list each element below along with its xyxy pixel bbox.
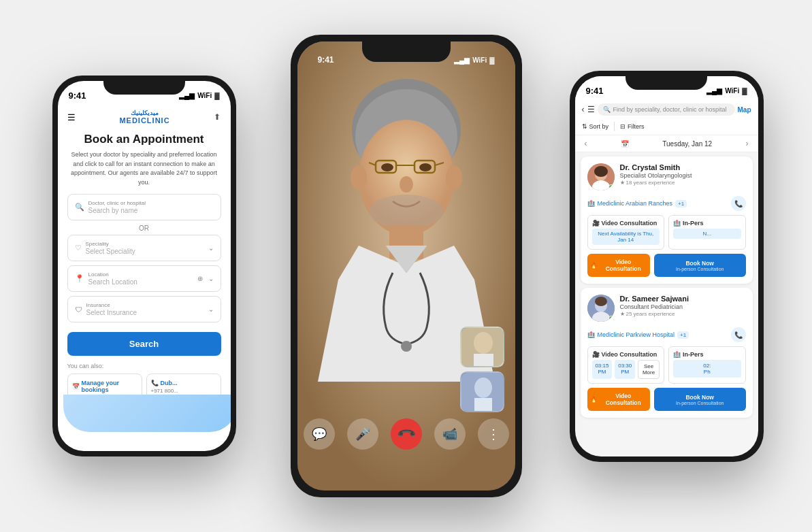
book-btn-sub-2: In-person Consultation	[657, 401, 743, 405]
svg-point-11	[400, 176, 413, 193]
calendar-icon-nav: 📅	[621, 140, 629, 148]
video-consult-button-2[interactable]: 🔥 Video Consultation	[587, 388, 650, 411]
video-controls: 💬 🎤 📞 📹 ⋮	[297, 418, 515, 450]
video-button[interactable]: 📹	[434, 418, 466, 450]
speciality-icon: ♡	[75, 244, 82, 252]
fire-icon-1: 🔥	[590, 262, 598, 269]
scene: 9:41 ▂▄▆ WiFi ▓ ☰ ميديكلينيك MEDICLINIC …	[32, 11, 781, 521]
doctor2-exp: ★ 25 years experience	[620, 311, 746, 317]
phone-button-2[interactable]: 📞	[731, 327, 746, 342]
clinic-icon-1: 🏥	[587, 200, 595, 207]
doctor1-exp: ★ 18 years experience	[620, 180, 746, 186]
slot-2[interactable]: 03:30 PM	[615, 360, 635, 379]
online-dot-2	[608, 316, 614, 321]
doctor1-clinic: Mediclinic Arabian Ranches	[598, 200, 673, 207]
filter-button[interactable]: ⊟ Filters	[620, 123, 645, 130]
svg-point-18	[474, 332, 493, 354]
map-button[interactable]: Map	[738, 106, 751, 114]
right-top-bar: ‹ ☰ 🔍 Find by speciality, doctor, clinic…	[575, 99, 758, 118]
wifi-icon-center: WiFi	[472, 56, 487, 64]
svg-point-30	[595, 297, 607, 306]
sort-button[interactable]: ⇅ Sort by	[582, 123, 609, 130]
inperson-header-2: 🏥 In-Pers	[673, 351, 741, 358]
center-status-icons: ▂▄▆ WiFi ▓	[454, 56, 494, 64]
inperson-header-1: 🏥 In-Pers	[673, 220, 741, 227]
center-notch	[362, 41, 451, 62]
next-date-arrow[interactable]: ›	[746, 139, 749, 148]
book-title: Book an Appointment	[67, 133, 221, 146]
slot-1[interactable]: 03:15 PM	[592, 360, 613, 379]
book-button-2[interactable]: Book Now In-person Consultation	[654, 388, 746, 411]
thumbnail-1	[460, 327, 504, 367]
filter-label: Filters	[628, 123, 645, 130]
location-field[interactable]: 📍 Location Search Location ⊕ ⌄	[67, 265, 221, 292]
mic-icon: 🎤	[355, 427, 370, 442]
chat-icon: 💬	[312, 427, 327, 442]
inperson-consult-box-2: 🏥 In-Pers 02: Ph	[668, 346, 746, 384]
phone-center: 9:41 ▂▄▆ WiFi ▓	[291, 35, 522, 497]
or-divider: OR	[67, 225, 221, 232]
thumbnail-2	[460, 371, 504, 412]
doctor-card-2: Dr. Sameer Sajwani Consultant Pediatrici…	[581, 288, 753, 418]
book-desc: Select your doctor by speciality and pre…	[67, 150, 221, 187]
status-icons-left: ▂▄▆ WiFi ▓	[179, 92, 219, 99]
more-options-button[interactable]: ⋮	[478, 418, 509, 450]
inpers-slot-1[interactable]: 02: Ph	[673, 360, 741, 378]
share-icon[interactable]: ⬆	[214, 112, 221, 122]
prev-date-arrow[interactable]: ‹	[585, 139, 587, 148]
date-nav: ‹ 📅 Tuesday, Jan 12 ›	[575, 135, 758, 152]
mic-button[interactable]: 🎤	[347, 418, 378, 450]
inpers-avail-1: N...	[673, 229, 741, 239]
search-field[interactable]: 🔍 Doctor, clinic or hospital Search by n…	[67, 194, 221, 220]
book-button-1[interactable]: Book Now In-person Consultation	[654, 254, 746, 277]
thumbnails	[460, 327, 504, 412]
time-slots: 03:15 PM 03:30 PM See More	[592, 360, 660, 379]
logo-arabic: ميديكلينيك	[119, 110, 169, 116]
video-consult-box-1: 🎥 Video Consultation Next Availability i…	[587, 215, 665, 250]
doctor2-clinic-plus[interactable]: +1	[677, 331, 689, 339]
battery-icon: ▓	[214, 92, 219, 99]
thumb2-svg	[461, 373, 504, 412]
insurance-value: Select Insurance	[86, 309, 214, 316]
back-arrow[interactable]: ‹	[582, 105, 585, 114]
video-consult-button-1[interactable]: 🔥 Video Consultation	[587, 254, 650, 277]
inpers-time-slots: 02: Ph	[673, 360, 741, 378]
video-consult-box-2: 🎥 Video Consultation 03:15 PM 03:30 PM	[587, 346, 665, 384]
star-icon-2: ★	[620, 311, 625, 317]
phone-right-notch	[626, 71, 707, 90]
insurance-field[interactable]: 🛡 Insurance Select Insurance ⌄	[67, 296, 221, 322]
doctor1-clinic-plus[interactable]: +1	[675, 200, 687, 207]
chevron-down-icon-3: ⌄	[208, 305, 214, 313]
insurance-inner: Insurance Select Insurance	[86, 302, 214, 316]
location-label: Location	[88, 271, 214, 278]
hamburger-right[interactable]: ☰	[587, 105, 595, 114]
see-more-slot[interactable]: See More	[638, 360, 660, 379]
speciality-field[interactable]: ♡ Speciality Select Speciality ⌄	[67, 235, 221, 261]
signal-icon-right: ▂▄▆	[707, 87, 722, 95]
person-icon-2: 🏥	[673, 351, 681, 358]
battery-icon-right: ▓	[742, 87, 747, 95]
doctor1-info: Dr. Crystal Smith Specialist Otolaryngol…	[620, 163, 746, 186]
hamburger-icon[interactable]: ☰	[67, 112, 76, 122]
doctor2-clinic-row: 🏥 Mediclinic Parkview Hospital +1 📞	[587, 327, 746, 342]
phone-left-notch	[103, 76, 185, 95]
time-right: 9:41	[586, 86, 604, 96]
svg-point-4	[381, 163, 393, 171]
search-field-inner: Doctor, clinic or hospital Search by nam…	[88, 200, 214, 214]
video-icon-1: 🎥	[592, 220, 600, 227]
chat-button[interactable]: 💬	[304, 418, 335, 450]
doctor1-clinic-row: 🏥 Mediclinic Arabian Ranches +1 📞	[587, 196, 746, 211]
doctor1-avatar	[587, 163, 615, 190]
end-call-button[interactable]: 📞	[391, 418, 422, 450]
right-search-bar[interactable]: 🔍 Find by speciality, doctor, clinic or …	[598, 103, 735, 116]
phone-button-1[interactable]: 📞	[731, 196, 746, 211]
sort-icon: ⇅	[582, 123, 587, 130]
search-button[interactable]: Search	[67, 332, 221, 356]
left-content: Book an Appointment Select your doctor b…	[58, 133, 231, 422]
svg-point-5	[419, 163, 432, 171]
chevron-down-icon-2: ⌄	[208, 275, 214, 282]
insurance-label: Insurance	[86, 302, 214, 308]
svg-point-16	[401, 341, 412, 352]
battery-icon-center: ▓	[489, 56, 494, 64]
online-dot-1	[608, 184, 614, 190]
